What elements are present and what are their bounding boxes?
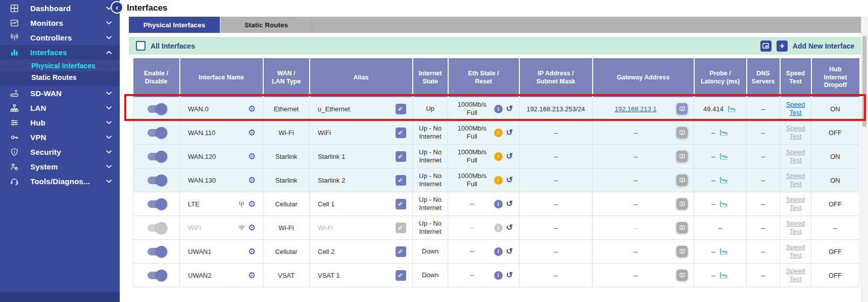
remote-ping-icon[interactable]: [677, 270, 688, 281]
gateway-flex: --: [595, 127, 692, 138]
cell-hub-dropoff: ON: [811, 145, 859, 168]
remote-ping-icon[interactable]: [677, 151, 688, 162]
window-view-button[interactable]: [760, 40, 771, 52]
sidebar-subitem-static-routes[interactable]: Static Routes: [0, 71, 120, 83]
gear-icon[interactable]: ⚙: [248, 200, 256, 208]
gateway-address: --: [595, 129, 677, 137]
sidebar-item-system[interactable]: System: [0, 159, 120, 174]
edit-alias-button[interactable]: ✎: [396, 246, 406, 257]
internet-state: Up - No Internet: [415, 172, 446, 189]
info-icon[interactable]: i: [494, 105, 503, 113]
edit-alias-button[interactable]: ✎: [396, 127, 406, 138]
ip-subnet-value: 192.168.213.253/24: [526, 105, 585, 113]
sidebar-item-tools[interactable]: Tools/Diagnos...: [0, 174, 120, 189]
pencil-icon: ✎: [398, 130, 405, 135]
alias-flex: Cell 2✎: [312, 246, 410, 257]
remote-ping-icon[interactable]: [677, 222, 688, 233]
reset-icon[interactable]: ↺: [506, 224, 513, 232]
edit-alias-button[interactable]: ✎: [396, 104, 406, 114]
gateway-address: --: [595, 200, 677, 208]
enable-toggle[interactable]: [148, 224, 165, 232]
probe-flex: --: [696, 224, 744, 232]
enable-toggle[interactable]: [148, 105, 165, 113]
enable-toggle[interactable]: [148, 177, 165, 184]
dns-servers-value: --: [761, 105, 765, 113]
reset-icon[interactable]: ↺: [506, 271, 513, 279]
scrollbar-thumb[interactable]: [862, 36, 866, 127]
reset-icon[interactable]: ↺: [506, 176, 513, 184]
sidebar-item-dashboard[interactable]: Dashboard: [0, 1, 120, 16]
gear-icon[interactable]: ⚙: [248, 271, 256, 280]
edit-alias-button[interactable]: ✎: [396, 151, 406, 162]
eth-state-flex: --i↺: [450, 200, 517, 208]
enable-toggle[interactable]: [148, 248, 165, 255]
sidebar-item-vpn[interactable]: VPN: [0, 130, 120, 145]
cell-probe-latency: --: [694, 264, 747, 287]
sidebar-item-controllers[interactable]: Controllers: [0, 30, 120, 45]
info-icon[interactable]: i: [494, 128, 503, 137]
edit-alias-button[interactable]: ✎: [396, 270, 406, 281]
edit-alias-button[interactable]: ✎: [396, 175, 406, 186]
alias-flex: Cell 1✎: [312, 199, 410, 209]
latency-chart-icon[interactable]: [719, 200, 729, 208]
info-icon[interactable]: i: [494, 152, 503, 161]
edit-alias-button[interactable]: ✎: [396, 199, 406, 209]
gear-icon[interactable]: ⚙: [248, 152, 256, 161]
info-icon[interactable]: i: [494, 176, 503, 185]
interface-name: WAN.0: [182, 105, 248, 113]
sidebar-item-label: Tools/Diagnos...: [30, 177, 90, 186]
sidebar-subitem-physical-interfaces[interactable]: Physical Interfaces: [0, 60, 120, 71]
vertical-scrollbar[interactable]: [861, 17, 868, 302]
cell-ip-address: --: [519, 240, 593, 264]
latency-chart-icon[interactable]: [719, 272, 729, 279]
remote-ping-icon[interactable]: [677, 246, 688, 257]
reset-icon[interactable]: ↺: [506, 247, 513, 255]
remote-ping-icon[interactable]: [677, 175, 688, 186]
gear-icon[interactable]: ⚙: [248, 176, 256, 185]
reset-icon[interactable]: ↺: [506, 128, 513, 137]
gear-icon[interactable]: ⚙: [248, 128, 256, 137]
gear-icon[interactable]: ⚙: [248, 224, 256, 232]
add-interface-plus-button[interactable]: +: [777, 40, 788, 52]
gateway-address[interactable]: 192.168.213.1: [595, 105, 677, 113]
collapse-sidebar-button[interactable]: ‹: [111, 1, 123, 14]
cell-gateway: --: [593, 264, 694, 287]
latency-chart-icon[interactable]: [719, 248, 729, 255]
latency-chart-icon[interactable]: [719, 153, 729, 160]
enable-toggle[interactable]: [148, 272, 165, 279]
gear-icon[interactable]: ⚙: [248, 247, 256, 256]
enable-toggle[interactable]: [148, 129, 165, 137]
cell-ip-address: --: [519, 168, 593, 192]
tab-static-routes[interactable]: Static Routes: [220, 17, 312, 33]
internet-state: Up - No Internet: [415, 220, 446, 236]
info-icon[interactable]: i: [494, 271, 503, 280]
add-new-interface-button[interactable]: Add New Interface: [793, 42, 854, 50]
edit-alias-button[interactable]: ✎: [396, 223, 406, 233]
sidebar-item-hub[interactable]: Hub: [0, 115, 120, 130]
info-icon[interactable]: i: [494, 200, 503, 208]
gear-icon[interactable]: ⚙: [248, 105, 256, 113]
enable-toggle[interactable]: [148, 153, 165, 160]
remote-ping-icon[interactable]: [677, 198, 688, 209]
info-icon[interactable]: i: [494, 247, 503, 256]
sidebar-item-lan[interactable]: LAN: [0, 101, 120, 115]
sidebar-item-security[interactable]: Security: [0, 145, 120, 159]
sidebar-item-monitors[interactable]: Monitors: [0, 16, 120, 30]
reset-icon[interactable]: ↺: [506, 105, 513, 113]
remote-ping-icon[interactable]: [677, 127, 688, 138]
sidebar-item-interfaces[interactable]: Interfaces: [0, 45, 120, 60]
latency-chart-icon[interactable]: [727, 105, 737, 113]
remote-ping-icon[interactable]: [677, 103, 688, 114]
enable-toggle[interactable]: [148, 200, 165, 208]
internet-state: Up: [415, 105, 446, 113]
sidebar-item-label: Interfaces: [30, 48, 67, 57]
info-icon[interactable]: i: [494, 224, 503, 232]
speed-test-link[interactable]: Speed Test: [786, 101, 805, 117]
latency-chart-icon[interactable]: [719, 129, 729, 137]
all-interfaces-checkbox[interactable]: [136, 41, 146, 51]
reset-icon[interactable]: ↺: [506, 152, 513, 160]
tab-physical-interfaces[interactable]: Physical Interfaces: [129, 17, 220, 33]
sidebar-item-sd-wan[interactable]: SD-WAN: [0, 86, 120, 101]
reset-icon[interactable]: ↺: [506, 200, 513, 208]
latency-chart-icon[interactable]: [719, 177, 729, 184]
